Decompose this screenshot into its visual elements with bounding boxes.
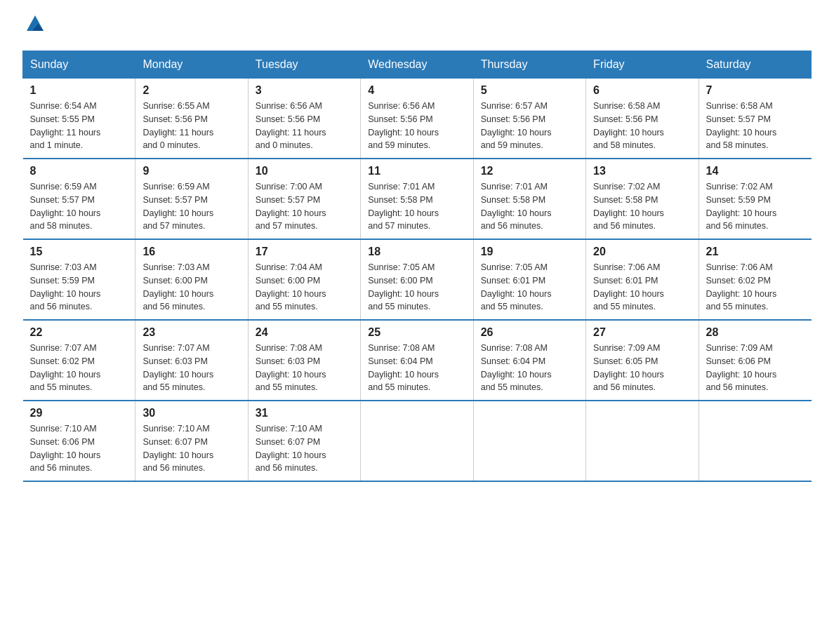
day-info: Sunrise: 7:05 AMSunset: 6:01 PMDaylight:… (481, 261, 578, 314)
day-cell: 25Sunrise: 7:08 AMSunset: 6:04 PMDayligh… (361, 320, 473, 401)
day-cell (473, 401, 585, 481)
day-info: Sunrise: 7:08 AMSunset: 6:03 PMDaylight:… (256, 342, 353, 394)
day-cell: 11Sunrise: 7:01 AMSunset: 5:58 PMDayligh… (361, 159, 473, 239)
day-info: Sunrise: 6:56 AMSunset: 5:56 PMDaylight:… (256, 100, 353, 152)
day-cell: 10Sunrise: 7:00 AMSunset: 5:57 PMDayligh… (248, 159, 360, 239)
day-number: 3 (256, 84, 353, 97)
day-cell: 22Sunrise: 7:07 AMSunset: 6:02 PMDayligh… (23, 320, 135, 401)
day-info: Sunrise: 6:58 AMSunset: 5:57 PMDaylight:… (706, 100, 805, 152)
day-info: Sunrise: 6:59 AMSunset: 5:57 PMDaylight:… (30, 180, 128, 233)
day-info: Sunrise: 7:10 AMSunset: 6:07 PMDaylight:… (143, 422, 240, 475)
day-info: Sunrise: 7:01 AMSunset: 5:58 PMDaylight:… (368, 180, 465, 233)
day-number: 15 (30, 246, 128, 258)
day-number: 30 (143, 407, 240, 420)
day-info: Sunrise: 7:02 AMSunset: 5:59 PMDaylight:… (706, 180, 805, 233)
day-cell: 29Sunrise: 7:10 AMSunset: 6:06 PMDayligh… (23, 401, 135, 481)
day-number: 10 (256, 165, 353, 177)
day-number: 29 (30, 407, 128, 420)
day-number: 20 (593, 246, 691, 258)
day-info: Sunrise: 6:54 AMSunset: 5:55 PMDaylight:… (30, 100, 128, 152)
day-cell: 26Sunrise: 7:08 AMSunset: 6:04 PMDayligh… (473, 320, 585, 401)
week-row-5: 29Sunrise: 7:10 AMSunset: 6:06 PMDayligh… (23, 401, 812, 481)
header-cell-thursday: Thursday (473, 51, 585, 79)
day-number: 22 (30, 326, 128, 339)
day-info: Sunrise: 6:55 AMSunset: 5:56 PMDaylight:… (143, 100, 240, 152)
day-info: Sunrise: 6:59 AMSunset: 5:57 PMDaylight:… (143, 180, 240, 233)
day-info: Sunrise: 7:01 AMSunset: 5:58 PMDaylight:… (481, 180, 578, 233)
day-info: Sunrise: 7:09 AMSunset: 6:05 PMDaylight:… (593, 342, 691, 394)
day-number: 9 (143, 165, 240, 177)
day-cell: 8Sunrise: 6:59 AMSunset: 5:57 PMDaylight… (23, 159, 135, 239)
week-row-2: 8Sunrise: 6:59 AMSunset: 5:57 PMDaylight… (23, 159, 812, 239)
header-cell-sunday: Sunday (23, 51, 135, 79)
day-info: Sunrise: 6:58 AMSunset: 5:56 PMDaylight:… (593, 100, 691, 152)
day-info: Sunrise: 7:06 AMSunset: 6:02 PMDaylight:… (706, 261, 805, 314)
day-cell: 7Sunrise: 6:58 AMSunset: 5:57 PMDaylight… (699, 79, 811, 159)
header-cell-friday: Friday (586, 51, 699, 79)
day-number: 21 (706, 246, 805, 258)
day-number: 1 (30, 84, 128, 97)
day-cell: 2Sunrise: 6:55 AMSunset: 5:56 PMDaylight… (135, 79, 248, 159)
day-cell (361, 401, 473, 481)
day-number: 17 (256, 246, 353, 258)
day-number: 31 (256, 407, 353, 420)
day-cell: 20Sunrise: 7:06 AMSunset: 6:01 PMDayligh… (586, 239, 699, 320)
day-number: 11 (368, 165, 465, 177)
day-cell: 24Sunrise: 7:08 AMSunset: 6:03 PMDayligh… (248, 320, 360, 401)
day-cell: 31Sunrise: 7:10 AMSunset: 6:07 PMDayligh… (248, 401, 360, 481)
day-number: 12 (481, 165, 578, 177)
day-info: Sunrise: 7:03 AMSunset: 6:00 PMDaylight:… (143, 261, 240, 314)
day-number: 25 (368, 326, 465, 339)
day-cell: 17Sunrise: 7:04 AMSunset: 6:00 PMDayligh… (248, 239, 360, 320)
header-cell-saturday: Saturday (699, 51, 811, 79)
week-row-1: 1Sunrise: 6:54 AMSunset: 5:55 PMDaylight… (23, 79, 812, 159)
day-info: Sunrise: 7:04 AMSunset: 6:00 PMDaylight:… (256, 261, 353, 314)
day-cell: 30Sunrise: 7:10 AMSunset: 6:07 PMDayligh… (135, 401, 248, 481)
day-number: 5 (481, 84, 578, 97)
day-cell: 15Sunrise: 7:03 AMSunset: 5:59 PMDayligh… (23, 239, 135, 320)
day-info: Sunrise: 7:10 AMSunset: 6:07 PMDaylight:… (256, 422, 353, 475)
day-cell: 9Sunrise: 6:59 AMSunset: 5:57 PMDaylight… (135, 159, 248, 239)
calendar-header-row: SundayMondayTuesdayWednesdayThursdayFrid… (23, 51, 812, 79)
header-cell-tuesday: Tuesday (248, 51, 360, 79)
day-info: Sunrise: 7:00 AMSunset: 5:57 PMDaylight:… (256, 180, 353, 233)
day-cell: 27Sunrise: 7:09 AMSunset: 6:05 PMDayligh… (586, 320, 699, 401)
logo-icon (25, 14, 45, 34)
logo (22, 17, 48, 34)
day-cell: 18Sunrise: 7:05 AMSunset: 6:00 PMDayligh… (361, 239, 473, 320)
day-number: 6 (593, 84, 691, 97)
day-info: Sunrise: 7:02 AMSunset: 5:58 PMDaylight:… (593, 180, 691, 233)
day-number: 27 (593, 326, 691, 339)
day-number: 24 (256, 326, 353, 339)
day-cell: 6Sunrise: 6:58 AMSunset: 5:56 PMDaylight… (586, 79, 699, 159)
week-row-4: 22Sunrise: 7:07 AMSunset: 6:02 PMDayligh… (23, 320, 812, 401)
day-info: Sunrise: 7:06 AMSunset: 6:01 PMDaylight:… (593, 261, 691, 314)
header (22, 17, 812, 34)
header-cell-wednesday: Wednesday (361, 51, 473, 79)
day-cell (699, 401, 811, 481)
day-info: Sunrise: 7:08 AMSunset: 6:04 PMDaylight:… (481, 342, 578, 394)
day-cell: 4Sunrise: 6:56 AMSunset: 5:56 PMDaylight… (361, 79, 473, 159)
day-info: Sunrise: 7:07 AMSunset: 6:03 PMDaylight:… (143, 342, 240, 394)
day-cell: 28Sunrise: 7:09 AMSunset: 6:06 PMDayligh… (699, 320, 811, 401)
day-number: 7 (706, 84, 805, 97)
day-cell: 14Sunrise: 7:02 AMSunset: 5:59 PMDayligh… (699, 159, 811, 239)
day-number: 13 (593, 165, 691, 177)
day-cell: 1Sunrise: 6:54 AMSunset: 5:55 PMDaylight… (23, 79, 135, 159)
header-cell-monday: Monday (135, 51, 248, 79)
day-number: 28 (706, 326, 805, 339)
day-cell: 5Sunrise: 6:57 AMSunset: 5:56 PMDaylight… (473, 79, 585, 159)
day-cell: 3Sunrise: 6:56 AMSunset: 5:56 PMDaylight… (248, 79, 360, 159)
day-cell: 13Sunrise: 7:02 AMSunset: 5:58 PMDayligh… (586, 159, 699, 239)
day-number: 2 (143, 84, 240, 97)
day-number: 26 (481, 326, 578, 339)
day-info: Sunrise: 7:05 AMSunset: 6:00 PMDaylight:… (368, 261, 465, 314)
day-number: 16 (143, 246, 240, 258)
day-cell: 23Sunrise: 7:07 AMSunset: 6:03 PMDayligh… (135, 320, 248, 401)
day-cell: 16Sunrise: 7:03 AMSunset: 6:00 PMDayligh… (135, 239, 248, 320)
day-info: Sunrise: 7:10 AMSunset: 6:06 PMDaylight:… (30, 422, 128, 475)
day-number: 4 (368, 84, 465, 97)
day-cell: 21Sunrise: 7:06 AMSunset: 6:02 PMDayligh… (699, 239, 811, 320)
day-info: Sunrise: 7:08 AMSunset: 6:04 PMDaylight:… (368, 342, 465, 394)
day-cell (586, 401, 699, 481)
